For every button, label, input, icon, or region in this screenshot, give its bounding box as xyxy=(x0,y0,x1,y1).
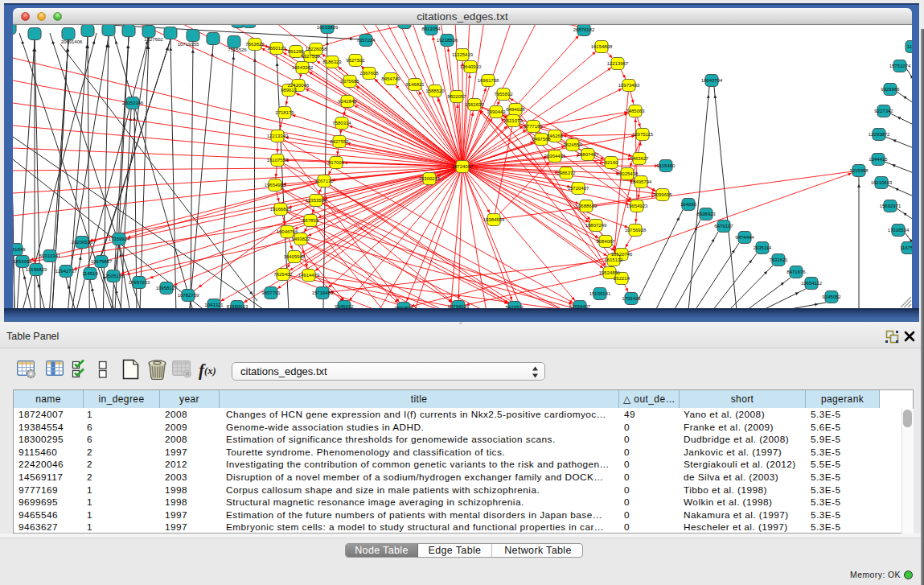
svg-text:11325419: 11325419 xyxy=(452,52,474,57)
svg-text:10756928: 10756928 xyxy=(625,228,647,233)
svg-text:2986372: 2986372 xyxy=(556,171,576,175)
svg-text:10046766: 10046766 xyxy=(277,229,298,234)
svg-text:18724007: 18724007 xyxy=(452,164,474,169)
svg-text:10688609: 10688609 xyxy=(576,204,598,208)
svg-text:3215958: 3215958 xyxy=(849,168,869,173)
svg-text:252214: 252214 xyxy=(614,276,630,281)
svg-text:9474444: 9474444 xyxy=(735,235,754,240)
svg-text:12156829: 12156829 xyxy=(26,267,47,272)
svg-text:9463627: 9463627 xyxy=(630,156,649,161)
svg-text:16543382: 16543382 xyxy=(292,65,314,70)
svg-text:8938923: 8938923 xyxy=(696,212,716,216)
svg-text:8822057: 8822057 xyxy=(447,94,466,99)
svg-text:989613: 989613 xyxy=(281,88,298,93)
svg-text:6479197: 6479197 xyxy=(714,224,733,229)
svg-text:9242848: 9242848 xyxy=(338,99,357,104)
svg-text:2935114: 2935114 xyxy=(754,245,773,250)
svg-text:18226058: 18226058 xyxy=(306,47,327,51)
svg-text:817006: 817006 xyxy=(328,160,345,165)
svg-text:2367608: 2367608 xyxy=(359,71,379,76)
svg-text:19218506: 19218506 xyxy=(437,38,458,43)
svg-text:9146821: 9146821 xyxy=(405,82,425,87)
svg-text:16154808: 16154808 xyxy=(591,44,613,49)
svg-text:12975115: 12975115 xyxy=(632,132,654,137)
svg-text:8161849: 8161849 xyxy=(13,247,26,252)
svg-text:7632621: 7632621 xyxy=(769,257,788,262)
svg-text:19166825: 19166825 xyxy=(270,207,292,212)
svg-text:9084067: 9084067 xyxy=(596,239,615,244)
svg-text:1527602: 1527602 xyxy=(144,37,163,42)
svg-text:9657791: 9657791 xyxy=(261,290,281,295)
svg-text:20691406: 20691406 xyxy=(61,39,83,44)
svg-text:164095: 164095 xyxy=(680,202,697,207)
svg-text:20364436: 20364436 xyxy=(544,154,566,159)
svg-text:9245052: 9245052 xyxy=(822,295,841,299)
svg-text:116753: 116753 xyxy=(900,245,912,250)
svg-text:16961758: 16961758 xyxy=(478,78,499,83)
svg-text:1621072: 1621072 xyxy=(503,118,523,123)
svg-text:9527502: 9527502 xyxy=(346,58,365,63)
svg-text:17016534: 17016534 xyxy=(888,228,910,233)
svg-text:587833: 587833 xyxy=(302,218,319,223)
svg-text:15136141: 15136141 xyxy=(589,291,611,296)
svg-text:62160: 62160 xyxy=(605,160,618,165)
svg-text:12942737: 12942737 xyxy=(55,269,77,274)
svg-text:10973493: 10973493 xyxy=(618,83,640,88)
svg-text:1990443: 1990443 xyxy=(487,109,506,114)
svg-text:8186323: 8186323 xyxy=(322,60,342,64)
svg-text:1853061: 1853061 xyxy=(13,259,32,264)
svg-text:9375685: 9375685 xyxy=(340,79,359,84)
svg-text:10719155: 10719155 xyxy=(178,42,199,47)
svg-text:1244415: 1244415 xyxy=(869,157,888,162)
svg-text:12213343: 12213343 xyxy=(267,134,289,138)
svg-text:9327509: 9327509 xyxy=(301,54,320,59)
svg-text:15692971: 15692971 xyxy=(880,204,901,208)
svg-text:746266: 746266 xyxy=(547,134,564,138)
svg-text:10025438: 10025438 xyxy=(617,171,639,176)
svg-text:19384554: 19384554 xyxy=(483,217,505,222)
svg-text:12505135: 12505135 xyxy=(103,274,125,278)
svg-text:17957253: 17957253 xyxy=(129,280,150,285)
svg-text:16033809: 16033809 xyxy=(317,25,339,30)
svg-text:1043321: 1043321 xyxy=(204,303,224,307)
svg-text:20053346: 20053346 xyxy=(122,101,144,105)
svg-text:9329966: 9329966 xyxy=(881,87,900,92)
svg-text:16409948: 16409948 xyxy=(284,254,306,259)
svg-text:10807487: 10807487 xyxy=(577,152,599,157)
svg-text:20206536: 20206536 xyxy=(72,240,93,245)
svg-text:1733426: 1733426 xyxy=(622,296,641,301)
svg-text:59310341: 59310341 xyxy=(39,253,61,258)
svg-text:10958127: 10958127 xyxy=(156,286,178,290)
svg-text:10654112: 10654112 xyxy=(801,281,823,286)
svg-text:3624554: 3624554 xyxy=(563,142,582,147)
svg-text:1588520: 1588520 xyxy=(425,89,445,93)
svg-text:9227342: 9227342 xyxy=(874,109,893,113)
svg-text:10975887: 10975887 xyxy=(91,259,113,264)
svg-text:19654923: 19654923 xyxy=(626,204,648,208)
svg-text:15751074: 15751074 xyxy=(889,64,911,68)
svg-text:1493822: 1493822 xyxy=(291,237,310,241)
svg-text:9099695: 9099695 xyxy=(653,192,672,197)
svg-text:1615132: 1615132 xyxy=(604,257,623,262)
svg-text:26876182: 26876182 xyxy=(573,27,595,32)
svg-text:114519: 114519 xyxy=(82,271,98,276)
svg-text:9777169: 9777169 xyxy=(524,124,543,129)
svg-text:7485063: 7485063 xyxy=(626,109,645,113)
svg-text:8454749: 8454749 xyxy=(381,76,400,81)
svg-text:1362635: 1362635 xyxy=(465,102,484,107)
svg-text:19654985: 19654985 xyxy=(265,183,286,187)
svg-text:10120746: 10120746 xyxy=(611,252,633,257)
svg-text:12353594: 12353594 xyxy=(306,198,327,203)
svg-text:18495794: 18495794 xyxy=(630,179,652,184)
svg-text:8813054: 8813054 xyxy=(421,27,441,31)
svg-text:14914479: 14914479 xyxy=(298,273,320,278)
svg-text:1112: 1112 xyxy=(907,44,912,49)
svg-text:25300215: 25300215 xyxy=(419,176,441,181)
svg-text:7580314: 7580314 xyxy=(332,121,351,126)
svg-text:12213967: 12213967 xyxy=(607,61,629,66)
svg-text:13640910: 13640910 xyxy=(460,64,482,69)
svg-text:(x): (x) xyxy=(204,365,216,377)
svg-text:6494028: 6494028 xyxy=(506,107,525,112)
svg-text:7663822: 7663822 xyxy=(245,42,265,47)
svg-text:17359924: 17359924 xyxy=(109,237,130,241)
